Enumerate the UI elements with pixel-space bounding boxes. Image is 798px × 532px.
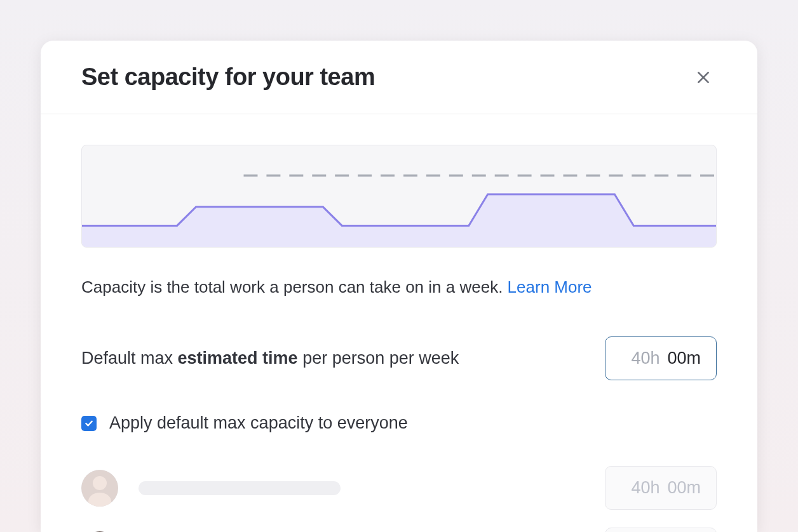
default-capacity-input[interactable]: 40h 00m (605, 336, 717, 380)
default-capacity-row: Default max estimated time per person pe… (81, 336, 717, 380)
person-name-placeholder (139, 481, 341, 495)
apply-all-label: Apply default max capacity to everyone (109, 413, 408, 433)
people-list: 40h 00m 40h 00m (81, 466, 717, 532)
modal-body: Capacity is the total work a person can … (41, 114, 757, 532)
svg-point-4 (93, 476, 107, 490)
close-icon (695, 69, 712, 86)
description-text: Capacity is the total work a person can … (81, 277, 508, 296)
person-capacity-input[interactable]: 40h 00m (605, 528, 717, 532)
minutes-value: 00m (667, 349, 701, 368)
person-capacity-input[interactable]: 40h 00m (605, 466, 717, 510)
modal-header: Set capacity for your team (41, 41, 757, 114)
close-button[interactable] (690, 64, 717, 91)
capacity-modal: Set capacity for your team Capacity is t… (41, 41, 757, 532)
person-row: 40h 00m (81, 466, 717, 510)
learn-more-link[interactable]: Learn More (508, 277, 592, 296)
person-row: 40h 00m (81, 528, 717, 532)
avatar (81, 470, 118, 507)
capacity-chart (81, 145, 717, 248)
hours-value: 40h (631, 478, 659, 498)
capacity-description: Capacity is the total work a person can … (81, 276, 717, 298)
modal-title: Set capacity for your team (81, 63, 375, 91)
default-capacity-label: Default max estimated time per person pe… (81, 349, 459, 368)
apply-all-checkbox[interactable] (81, 416, 97, 431)
apply-all-row: Apply default max capacity to everyone (81, 413, 717, 433)
minutes-value: 00m (667, 478, 701, 498)
check-icon (84, 418, 94, 429)
hours-value: 40h (631, 349, 659, 368)
